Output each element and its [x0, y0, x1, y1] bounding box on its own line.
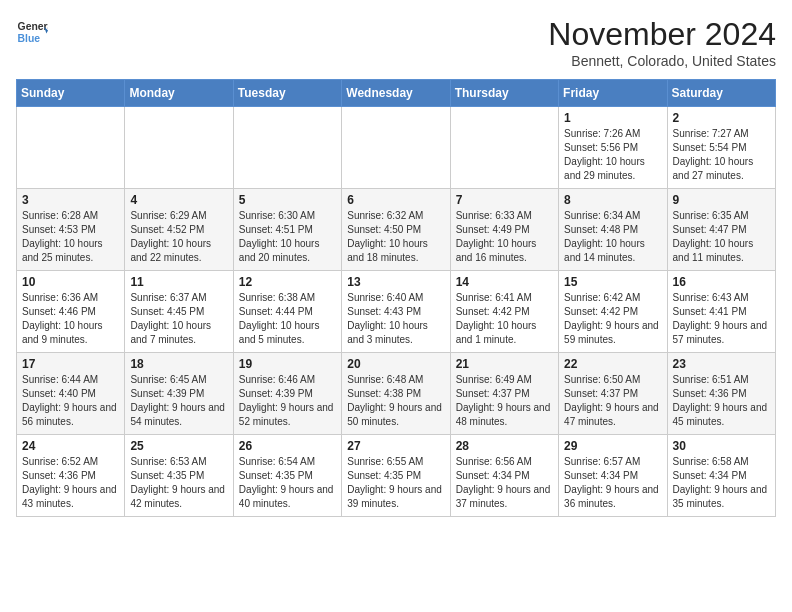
- calendar-cell: [450, 107, 558, 189]
- day-number: 11: [130, 275, 227, 289]
- day-number: 19: [239, 357, 336, 371]
- day-info: Sunrise: 6:41 AM Sunset: 4:42 PM Dayligh…: [456, 291, 553, 347]
- weekday-header: Sunday: [17, 80, 125, 107]
- calendar-cell: 4Sunrise: 6:29 AM Sunset: 4:52 PM Daylig…: [125, 189, 233, 271]
- day-info: Sunrise: 7:26 AM Sunset: 5:56 PM Dayligh…: [564, 127, 661, 183]
- calendar-week-row: 10Sunrise: 6:36 AM Sunset: 4:46 PM Dayli…: [17, 271, 776, 353]
- day-info: Sunrise: 6:51 AM Sunset: 4:36 PM Dayligh…: [673, 373, 770, 429]
- svg-text:General: General: [18, 21, 48, 32]
- calendar-cell: 3Sunrise: 6:28 AM Sunset: 4:53 PM Daylig…: [17, 189, 125, 271]
- day-number: 5: [239, 193, 336, 207]
- day-number: 30: [673, 439, 770, 453]
- calendar-cell: 21Sunrise: 6:49 AM Sunset: 4:37 PM Dayli…: [450, 353, 558, 435]
- location-title: Bennett, Colorado, United States: [548, 53, 776, 69]
- calendar-cell: 18Sunrise: 6:45 AM Sunset: 4:39 PM Dayli…: [125, 353, 233, 435]
- day-number: 28: [456, 439, 553, 453]
- calendar-cell: 20Sunrise: 6:48 AM Sunset: 4:38 PM Dayli…: [342, 353, 450, 435]
- calendar-cell: 8Sunrise: 6:34 AM Sunset: 4:48 PM Daylig…: [559, 189, 667, 271]
- calendar-cell: 29Sunrise: 6:57 AM Sunset: 4:34 PM Dayli…: [559, 435, 667, 517]
- day-number: 3: [22, 193, 119, 207]
- day-number: 9: [673, 193, 770, 207]
- calendar-cell: 28Sunrise: 6:56 AM Sunset: 4:34 PM Dayli…: [450, 435, 558, 517]
- svg-text:Blue: Blue: [18, 33, 41, 44]
- day-info: Sunrise: 6:37 AM Sunset: 4:45 PM Dayligh…: [130, 291, 227, 347]
- day-info: Sunrise: 7:27 AM Sunset: 5:54 PM Dayligh…: [673, 127, 770, 183]
- calendar-cell: 1Sunrise: 7:26 AM Sunset: 5:56 PM Daylig…: [559, 107, 667, 189]
- day-number: 6: [347, 193, 444, 207]
- day-number: 13: [347, 275, 444, 289]
- day-info: Sunrise: 6:58 AM Sunset: 4:34 PM Dayligh…: [673, 455, 770, 511]
- day-info: Sunrise: 6:38 AM Sunset: 4:44 PM Dayligh…: [239, 291, 336, 347]
- day-number: 21: [456, 357, 553, 371]
- weekday-header: Wednesday: [342, 80, 450, 107]
- day-info: Sunrise: 6:45 AM Sunset: 4:39 PM Dayligh…: [130, 373, 227, 429]
- logo: General Blue: [16, 16, 48, 48]
- calendar-cell: 12Sunrise: 6:38 AM Sunset: 4:44 PM Dayli…: [233, 271, 341, 353]
- calendar-cell: [125, 107, 233, 189]
- calendar-cell: 11Sunrise: 6:37 AM Sunset: 4:45 PM Dayli…: [125, 271, 233, 353]
- calendar-cell: 9Sunrise: 6:35 AM Sunset: 4:47 PM Daylig…: [667, 189, 775, 271]
- day-number: 26: [239, 439, 336, 453]
- day-info: Sunrise: 6:54 AM Sunset: 4:35 PM Dayligh…: [239, 455, 336, 511]
- day-number: 17: [22, 357, 119, 371]
- day-info: Sunrise: 6:40 AM Sunset: 4:43 PM Dayligh…: [347, 291, 444, 347]
- calendar-cell: 2Sunrise: 7:27 AM Sunset: 5:54 PM Daylig…: [667, 107, 775, 189]
- calendar-cell: 23Sunrise: 6:51 AM Sunset: 4:36 PM Dayli…: [667, 353, 775, 435]
- calendar-cell: 26Sunrise: 6:54 AM Sunset: 4:35 PM Dayli…: [233, 435, 341, 517]
- day-info: Sunrise: 6:53 AM Sunset: 4:35 PM Dayligh…: [130, 455, 227, 511]
- day-info: Sunrise: 6:29 AM Sunset: 4:52 PM Dayligh…: [130, 209, 227, 265]
- calendar-cell: 25Sunrise: 6:53 AM Sunset: 4:35 PM Dayli…: [125, 435, 233, 517]
- day-info: Sunrise: 6:50 AM Sunset: 4:37 PM Dayligh…: [564, 373, 661, 429]
- calendar-week-row: 24Sunrise: 6:52 AM Sunset: 4:36 PM Dayli…: [17, 435, 776, 517]
- day-number: 1: [564, 111, 661, 125]
- day-number: 22: [564, 357, 661, 371]
- weekday-header-row: SundayMondayTuesdayWednesdayThursdayFrid…: [17, 80, 776, 107]
- calendar-cell: [17, 107, 125, 189]
- logo-icon: General Blue: [16, 16, 48, 48]
- calendar-week-row: 3Sunrise: 6:28 AM Sunset: 4:53 PM Daylig…: [17, 189, 776, 271]
- calendar-cell: [342, 107, 450, 189]
- day-info: Sunrise: 6:33 AM Sunset: 4:49 PM Dayligh…: [456, 209, 553, 265]
- calendar-cell: 17Sunrise: 6:44 AM Sunset: 4:40 PM Dayli…: [17, 353, 125, 435]
- calendar-cell: 13Sunrise: 6:40 AM Sunset: 4:43 PM Dayli…: [342, 271, 450, 353]
- day-number: 2: [673, 111, 770, 125]
- day-number: 27: [347, 439, 444, 453]
- calendar-cell: 5Sunrise: 6:30 AM Sunset: 4:51 PM Daylig…: [233, 189, 341, 271]
- day-number: 16: [673, 275, 770, 289]
- day-number: 20: [347, 357, 444, 371]
- day-number: 23: [673, 357, 770, 371]
- calendar-cell: 19Sunrise: 6:46 AM Sunset: 4:39 PM Dayli…: [233, 353, 341, 435]
- weekday-header: Tuesday: [233, 80, 341, 107]
- day-number: 8: [564, 193, 661, 207]
- day-number: 24: [22, 439, 119, 453]
- month-title: November 2024: [548, 16, 776, 53]
- calendar-cell: [233, 107, 341, 189]
- day-info: Sunrise: 6:28 AM Sunset: 4:53 PM Dayligh…: [22, 209, 119, 265]
- day-number: 14: [456, 275, 553, 289]
- day-number: 10: [22, 275, 119, 289]
- day-number: 12: [239, 275, 336, 289]
- calendar-cell: 22Sunrise: 6:50 AM Sunset: 4:37 PM Dayli…: [559, 353, 667, 435]
- day-info: Sunrise: 6:30 AM Sunset: 4:51 PM Dayligh…: [239, 209, 336, 265]
- day-info: Sunrise: 6:49 AM Sunset: 4:37 PM Dayligh…: [456, 373, 553, 429]
- day-info: Sunrise: 6:42 AM Sunset: 4:42 PM Dayligh…: [564, 291, 661, 347]
- calendar-week-row: 17Sunrise: 6:44 AM Sunset: 4:40 PM Dayli…: [17, 353, 776, 435]
- day-info: Sunrise: 6:46 AM Sunset: 4:39 PM Dayligh…: [239, 373, 336, 429]
- day-number: 7: [456, 193, 553, 207]
- day-number: 29: [564, 439, 661, 453]
- day-info: Sunrise: 6:36 AM Sunset: 4:46 PM Dayligh…: [22, 291, 119, 347]
- calendar-cell: 27Sunrise: 6:55 AM Sunset: 4:35 PM Dayli…: [342, 435, 450, 517]
- day-number: 18: [130, 357, 227, 371]
- weekday-header: Friday: [559, 80, 667, 107]
- day-info: Sunrise: 6:57 AM Sunset: 4:34 PM Dayligh…: [564, 455, 661, 511]
- day-info: Sunrise: 6:44 AM Sunset: 4:40 PM Dayligh…: [22, 373, 119, 429]
- weekday-header: Monday: [125, 80, 233, 107]
- calendar-week-row: 1Sunrise: 7:26 AM Sunset: 5:56 PM Daylig…: [17, 107, 776, 189]
- day-info: Sunrise: 6:34 AM Sunset: 4:48 PM Dayligh…: [564, 209, 661, 265]
- day-info: Sunrise: 6:43 AM Sunset: 4:41 PM Dayligh…: [673, 291, 770, 347]
- calendar-cell: 24Sunrise: 6:52 AM Sunset: 4:36 PM Dayli…: [17, 435, 125, 517]
- calendar-cell: 14Sunrise: 6:41 AM Sunset: 4:42 PM Dayli…: [450, 271, 558, 353]
- day-info: Sunrise: 6:55 AM Sunset: 4:35 PM Dayligh…: [347, 455, 444, 511]
- calendar-cell: 7Sunrise: 6:33 AM Sunset: 4:49 PM Daylig…: [450, 189, 558, 271]
- day-info: Sunrise: 6:56 AM Sunset: 4:34 PM Dayligh…: [456, 455, 553, 511]
